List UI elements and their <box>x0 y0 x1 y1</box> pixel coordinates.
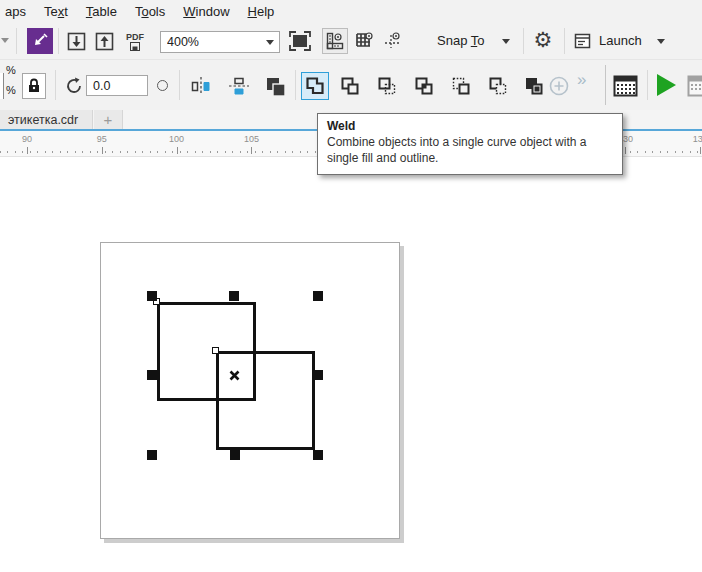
overflow-chevron-icon[interactable] <box>1 38 9 43</box>
trim-icon <box>338 74 362 98</box>
plus-circle-icon <box>548 75 570 97</box>
rulers-icon <box>325 31 345 51</box>
drawing-canvas[interactable] <box>0 157 702 572</box>
standard-toolbar: PDF <box>0 23 702 59</box>
rotation-angle-field[interactable] <box>86 75 148 96</box>
full-screen-icon <box>289 31 311 51</box>
save-icon <box>130 42 140 51</box>
snap-to-chevron-icon[interactable] <box>502 39 510 44</box>
back-minus-front-button[interactable] <box>485 73 511 99</box>
ruler-label: 105 <box>244 134 259 144</box>
menu-item-bitmaps-partial[interactable]: aps <box>5 4 26 19</box>
intersect-icon <box>375 74 399 98</box>
chevron-down-icon <box>266 40 274 45</box>
order-objects-button[interactable] <box>262 73 288 99</box>
menu-item-table[interactable]: Table <box>86 4 117 19</box>
gear-icon: ⚙ <box>534 29 553 51</box>
center-of-rotation-marker[interactable] <box>228 369 241 382</box>
ruler-label: 100 <box>169 134 184 144</box>
ruler-major-tick <box>625 147 626 154</box>
plus-icon: + <box>104 111 113 128</box>
rotate-icon <box>63 75 85 97</box>
show-rulers-toggle[interactable] <box>322 28 348 54</box>
table-tool-button[interactable] <box>612 73 638 99</box>
selection-handle[interactable] <box>313 450 323 460</box>
zoom-level-input[interactable] <box>161 35 261 49</box>
menu-bar: apsTextTableToolsWindowHelp <box>0 0 702 23</box>
boundary-icon <box>522 74 546 98</box>
export-icon <box>94 31 115 52</box>
mirror-horizontal-button[interactable] <box>188 73 214 99</box>
ruler-major-tick <box>177 147 178 154</box>
overlapping-squares-icon <box>264 75 287 98</box>
rotation-angle-input[interactable] <box>87 79 147 93</box>
zoom-dropdown-button[interactable] <box>261 40 279 45</box>
property-bar: % % <box>0 59 702 110</box>
launch-chevron-icon[interactable] <box>657 39 665 44</box>
launch-label[interactable]: Launch <box>599 33 642 48</box>
front-minus-back-icon <box>449 74 473 98</box>
trim-button[interactable] <box>337 73 363 99</box>
scale-v-percent: % <box>6 84 16 96</box>
selection-handle[interactable] <box>229 291 239 301</box>
weld-icon <box>303 74 327 98</box>
import-button[interactable] <box>63 28 89 54</box>
selection-handle[interactable] <box>313 370 323 380</box>
ruler-major-tick <box>700 147 701 154</box>
rotation-angle-button <box>61 73 87 99</box>
front-minus-back-button[interactable] <box>448 73 474 99</box>
menu-item-window[interactable]: Window <box>183 4 229 19</box>
tooltip-title: Weld <box>327 119 613 133</box>
simplify-icon <box>412 74 436 98</box>
scale-h-percent: % <box>6 64 16 76</box>
show-grid-toggle[interactable] <box>351 28 377 54</box>
publish-to-pdf-button[interactable]: PDF <box>119 28 151 54</box>
export-button[interactable] <box>91 28 117 54</box>
zoom-level-combo[interactable] <box>160 31 280 53</box>
rotation-center-indicator[interactable] <box>157 80 168 91</box>
ruler-label: 90 <box>22 134 32 144</box>
diagonal-arrow-icon <box>31 32 49 50</box>
table-icon <box>613 75 638 97</box>
table-options-button-disabled <box>686 73 702 99</box>
mirror-vertical-button[interactable] <box>226 73 252 99</box>
selection-handle[interactable] <box>147 370 157 380</box>
selection-handle[interactable] <box>147 450 157 460</box>
simplify-button[interactable] <box>411 73 437 99</box>
create-boundary-button[interactable] <box>521 73 547 99</box>
selection-handle[interactable] <box>230 450 240 460</box>
menu-item-help[interactable]: Help <box>248 4 275 19</box>
new-document-tab-button[interactable]: + <box>94 110 123 129</box>
menu-item-tools[interactable]: Tools <box>135 4 165 19</box>
ruler-major-tick <box>102 147 103 154</box>
intersect-button[interactable] <box>374 73 400 99</box>
document-tab[interactable]: этикетка.cdr <box>0 110 93 129</box>
node-marker[interactable] <box>212 347 219 354</box>
table-icon <box>687 75 702 97</box>
more-options-chevron: » <box>577 70 586 90</box>
snap-to-label: Snap <box>437 33 471 48</box>
welcome-screen-button[interactable] <box>27 28 53 54</box>
lock-ratio-button[interactable] <box>22 73 46 99</box>
ruler-label: 135 <box>693 134 702 144</box>
selection-handle[interactable] <box>147 291 157 301</box>
back-minus-front-icon <box>486 74 510 98</box>
ruler-major-tick <box>27 147 28 154</box>
lock-icon <box>27 78 41 94</box>
full-screen-preview-button[interactable] <box>287 28 313 54</box>
tooltip-description: Combine objects into a single curve obje… <box>327 135 613 167</box>
square-object-2[interactable] <box>216 351 315 450</box>
weld-button[interactable] <box>301 72 329 100</box>
app-window: apsTextTableToolsWindowHelp <box>0 0 702 572</box>
grid-icon <box>354 31 374 51</box>
ruler-major-tick <box>251 147 252 154</box>
snap-to-menu[interactable]: Snap To <box>437 33 484 48</box>
show-guidelines-toggle[interactable] <box>380 28 406 54</box>
options-button[interactable]: ⚙ <box>530 27 556 53</box>
application-launcher-button[interactable] <box>569 28 595 54</box>
selection-handle[interactable] <box>313 291 323 301</box>
menu-item-text[interactable]: Text <box>44 4 68 19</box>
document-tab-label: этикетка.cdr <box>8 113 78 127</box>
pdf-label: PDF <box>126 32 144 42</box>
run-macro-play-button[interactable] <box>657 74 676 96</box>
